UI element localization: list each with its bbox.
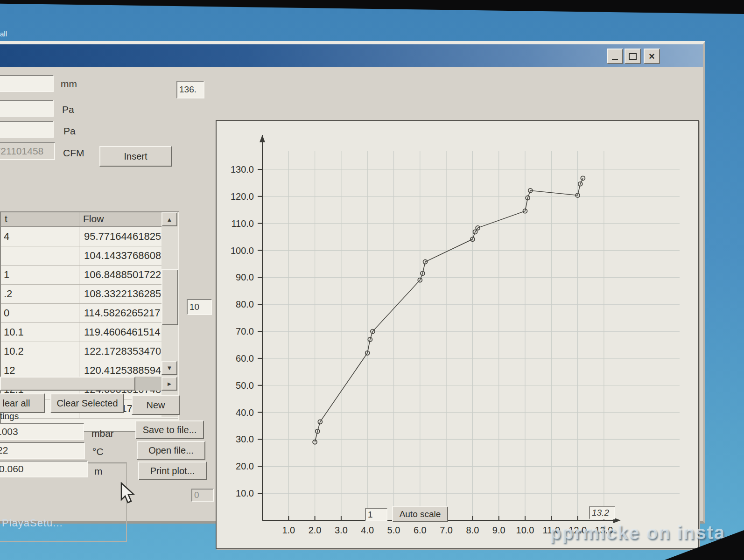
table-horizontal-scrollbar[interactable] [0,377,161,391]
app-window: × mm Pa Pa CFM Insert t Flow 495.7716446… [0,41,705,524]
pressure2-unit-label: Pa [63,126,76,137]
y-tick-label: 60.0 [236,353,254,364]
clear-all-button[interactable]: lear all [0,393,45,413]
minimize-button[interactable] [607,49,623,64]
scroll-right-button[interactable]: ► [161,377,177,391]
x-tick-label: 10.0 [516,525,534,535]
point-cell[interactable]: 1 [1,266,79,284]
table-row[interactable]: 10.1119.4606461514 [1,323,178,342]
scroll-down-button[interactable]: ▼ [161,361,177,375]
y-tick-label: 30.0 [236,434,254,444]
table-row[interactable]: .2108.3322136285 [1,285,178,304]
y-tick-label: 10.0 [236,488,254,498]
vertical-scroll-thumb[interactable] [161,269,178,325]
scroll-up-button[interactable]: ▲ [161,212,177,226]
x-tick-label: 4.0 [361,525,374,535]
x-tick-label: 7.0 [440,525,453,535]
horizontal-scroll-thumb[interactable] [0,377,135,391]
y-tick-label: 120.0 [231,191,254,202]
pressure1-input[interactable] [0,100,54,117]
y-tick-label: 100.0 [231,245,254,256]
scroll-right-icon: ► [167,380,173,387]
monitor-bezel-top [0,0,744,14]
flow-cell[interactable]: 108.3322136285 [79,285,161,303]
point-cell[interactable] [1,246,79,265]
flow-cell[interactable]: 106.8488501722 [79,266,161,284]
data-point-marker [581,176,585,180]
flow-cell[interactable]: 95.77164461825 [79,227,161,246]
x-axis-min-field[interactable] [365,508,387,521]
x-tick-label: 1.0 [282,525,295,535]
diameter-setting-input[interactable] [0,461,88,477]
mbar-unit-label: mbar [91,428,114,439]
point-cell[interactable]: .2 [1,285,79,303]
point-cell[interactable]: 4 [1,227,79,246]
y-tick-label: 80.0 [236,299,254,309]
table-row[interactable]: 10.2122.1728353470 [1,342,178,361]
offset-field-1[interactable] [191,489,214,502]
flow-series-line [315,178,583,442]
flow-cell[interactable]: 119.4606461514 [79,323,161,342]
y-tick-label: 20.0 [236,461,254,471]
insert-button[interactable]: Insert [99,146,172,167]
save-to-file-button[interactable]: Save to file... [135,420,204,439]
column-header-point[interactable]: t [1,212,79,226]
flow-cell[interactable]: 104.1433768608 [79,246,161,265]
point-cell[interactable]: 10.2 [1,342,79,361]
table-row[interactable]: 1106.8488501722 [1,266,178,285]
scroll-up-icon: ▲ [167,216,173,223]
point-cell[interactable]: 0 [1,304,79,322]
settings-group-label: tings [0,411,19,421]
diameter-input[interactable] [0,75,54,92]
flow-cell[interactable]: 122.1728353470 [79,342,161,361]
print-plot-button[interactable]: Print plot... [138,462,207,480]
point-cell[interactable]: 10.1 [1,323,79,342]
cfm-unit-label: CFM [63,147,84,159]
table-row[interactable]: 104.1433768608 [1,246,178,266]
x-tick-label: 6.0 [414,525,427,535]
x-tick-label: 8.0 [466,525,479,535]
desktop-icon-label-fragment: all [0,30,7,38]
x-tick-label: 9.0 [492,525,505,535]
monitor-photo: all × mm Pa Pa CFM Insert t Flow [0,0,744,560]
maximize-icon [629,53,637,60]
new-button[interactable]: New [132,395,180,415]
x-tick-label: 5.0 [387,525,400,535]
celsius-unit-label: °C [92,446,104,457]
watermark-text: pprmicke on insta [550,522,725,543]
y-axis-min-field[interactable] [187,299,212,315]
column-header-flow[interactable]: Flow [79,212,161,226]
close-button[interactable]: × [644,49,660,64]
background-app-label[interactable]: PlayaSetu... [2,517,63,529]
y-tick-label: 50.0 [236,380,254,391]
x-tick-label: 2.0 [309,525,322,535]
flow-chart: 10.020.030.040.050.060.070.080.090.0100.… [217,121,696,546]
y-tick-label: 90.0 [236,272,254,282]
x-axis-max-field[interactable] [589,506,615,519]
mouse-cursor [119,482,140,506]
x-tick-label: 3.0 [335,525,348,535]
diameter-unit-label: mm [61,78,77,90]
maximize-button[interactable] [625,49,641,64]
y-axis-max-field[interactable] [176,81,204,98]
temperature-setting-input[interactable] [0,442,85,459]
auto-scale-button[interactable]: Auto scale [392,506,448,522]
y-tick-label: 110.0 [231,218,254,229]
title-bar[interactable]: × [0,44,703,67]
meter-unit-label: m [94,466,103,477]
cfm-result-field [0,142,55,160]
table-row[interactable]: 495.77164461825 [1,227,178,246]
scroll-down-icon: ▼ [167,364,173,371]
plot-window: 10.020.030.040.050.060.070.080.090.0100.… [216,120,699,549]
open-file-button[interactable]: Open file... [137,441,205,460]
pressure2-input[interactable] [0,121,54,138]
pressure1-unit-label: Pa [62,104,74,115]
y-tick-label: 130.0 [231,164,254,175]
minimize-icon [612,59,618,60]
flow-cell[interactable]: 114.5826265217 [79,304,161,322]
close-icon: × [649,52,655,61]
table-row[interactable]: 0114.5826265217 [1,304,178,323]
pressure-setting-input[interactable] [0,423,84,440]
table-header-row: t Flow [1,212,178,227]
clear-selected-button[interactable]: Clear Selected [50,393,124,413]
